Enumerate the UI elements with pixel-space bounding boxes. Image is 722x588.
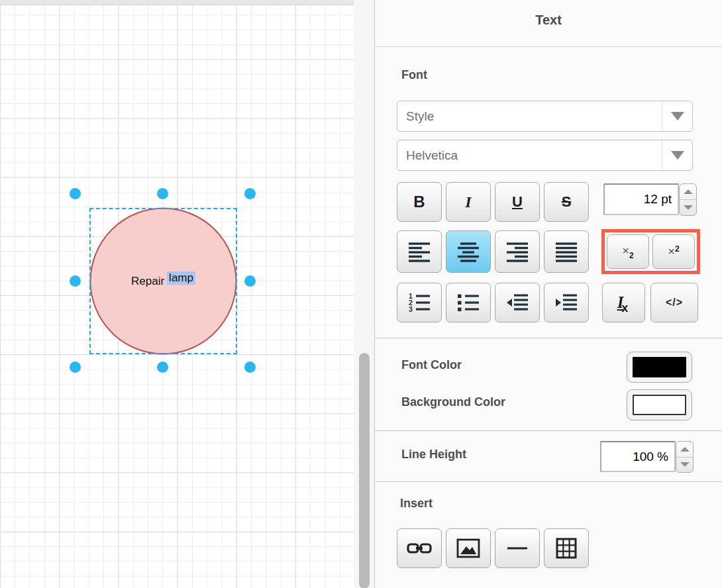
horizontal-rule-icon [505,538,529,558]
font-size-stepper-down[interactable] [680,200,696,215]
strikethrough-button[interactable]: S [544,182,589,222]
subscript-icon: ×2 [622,244,633,260]
bold-icon: B [413,193,425,211]
selected-text: lamp [167,271,195,285]
italic-icon: I [465,193,471,211]
line-height-stepper-up[interactable] [676,442,693,458]
selection-handle-s[interactable] [157,362,168,373]
code-icon: </> [666,297,683,309]
align-center-button[interactable] [446,230,491,273]
arrow-down-icon [680,462,690,467]
selection-handle-sw[interactable] [70,362,81,373]
outdent-icon [505,292,529,313]
superscript-icon: ×2 [668,244,679,259]
insert-image-button[interactable] [446,528,491,568]
align-right-button[interactable] [495,230,540,273]
superscript-button[interactable]: ×2 [652,234,695,269]
font-color-value [633,357,686,377]
canvas-area: Repairlamp [0,0,374,588]
line-height-stepper-down[interactable] [676,458,693,473]
font-color-swatch[interactable] [627,352,692,383]
font-style-select[interactable]: Style [397,101,693,132]
bold-button[interactable]: B [397,182,442,222]
align-left-button[interactable] [397,230,442,273]
section-divider [375,430,722,431]
bullet-list-icon [456,292,480,313]
align-right-icon [505,241,529,262]
insert-link-button[interactable] [397,528,442,568]
image-icon [456,538,480,558]
insert-table-button[interactable] [544,528,589,568]
font-size-stepper-up[interactable] [680,184,696,200]
selection-handle-se[interactable] [244,362,256,373]
numbered-list-button[interactable]: 1 2 3 [397,283,442,322]
clear-formatting-icon: Ix [617,293,631,312]
arrow-down-icon [684,205,693,210]
section-divider [375,338,722,338]
strikethrough-icon: S [562,193,572,211]
insert-horizontal-rule-button[interactable] [495,528,540,568]
selection-handle-nw[interactable] [70,188,81,199]
background-color-value [633,395,686,415]
section-divider [375,481,722,482]
selection-handle-e[interactable] [244,275,256,287]
justify-icon [554,241,578,262]
selection-handle-n[interactable] [157,188,168,199]
font-family-select[interactable]: Helvetica [397,140,693,171]
panel-header: Text [375,0,722,47]
svg-text:3: 3 [409,305,413,313]
font-style-arrow[interactable] [662,101,692,131]
outdent-button[interactable] [495,283,540,322]
font-section-label: Font [401,68,427,82]
selection-handle-ne[interactable] [244,188,256,199]
shape-label[interactable]: Repairlamp [131,275,195,288]
font-size-input[interactable]: 12 pt [603,183,679,215]
chevron-down-icon [671,151,684,160]
selection-box: Repairlamp [89,208,237,354]
font-style-value: Style [397,109,662,124]
background-color-label: Background Color [401,395,505,409]
link-icon [407,540,432,557]
html-edit-button[interactable]: </> [650,283,698,322]
vertical-scrollbar-thumb[interactable] [359,353,370,588]
chevron-down-icon [671,112,684,121]
insert-section-label: Insert [400,497,433,511]
format-panel: Text Font Style Helvetica B I U S [374,0,722,588]
arrow-up-icon [684,189,693,194]
tutorial-highlight-frame: ×2 ×2 [601,229,700,274]
indent-icon [554,292,578,313]
bullet-list-button[interactable] [446,283,491,322]
selection-handle-w[interactable] [70,275,81,287]
font-family-arrow[interactable] [662,140,692,170]
underline-icon: U [512,193,523,211]
background-color-swatch[interactable] [627,389,692,420]
shape-label-text: Repair [131,275,164,287]
align-center-icon [456,241,480,262]
tab-text[interactable]: Text [375,13,722,28]
font-color-label: Font Color [401,358,462,372]
clear-formatting-button[interactable]: Ix [602,283,645,322]
arrow-up-icon [680,447,690,452]
line-height-stepper [676,441,694,473]
font-size-stepper [679,183,697,216]
line-height-label: Line Height [401,448,466,462]
indent-button[interactable] [544,283,589,322]
font-family-value: Helvetica [397,148,662,163]
justify-button[interactable] [544,230,589,273]
numbered-list-icon: 1 2 3 [407,292,431,313]
underline-button[interactable]: U [495,182,540,222]
drawio-window: Repairlamp Text Font Style Helvetica [0,0,722,588]
subscript-button[interactable]: ×2 [607,234,649,269]
italic-button[interactable]: I [446,182,491,222]
table-icon [555,537,578,560]
line-height-input[interactable]: 100 % [600,441,676,472]
align-left-icon [407,241,431,262]
